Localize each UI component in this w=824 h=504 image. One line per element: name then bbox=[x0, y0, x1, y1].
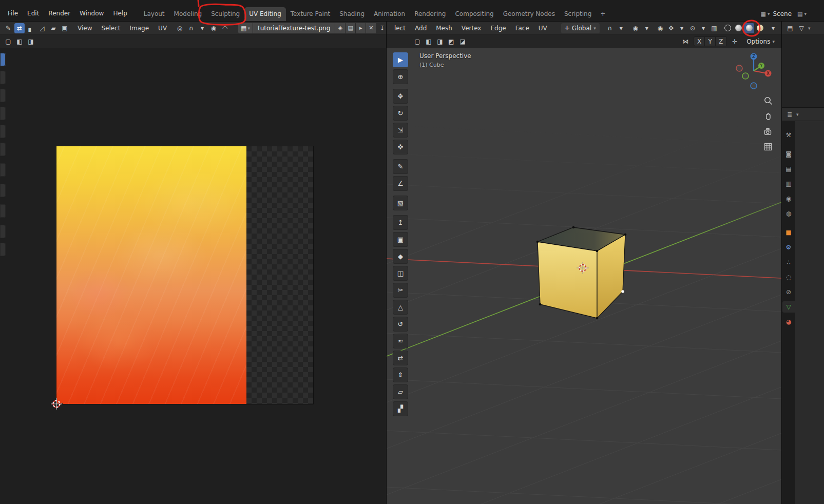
scene-name[interactable]: Scene bbox=[773, 10, 792, 17]
menu-file[interactable]: File bbox=[3, 8, 23, 18]
uv-tool-fragment-3[interactable] bbox=[0, 89, 6, 102]
chevron-down-icon[interactable]: ▾ bbox=[808, 26, 811, 31]
snap-individual-icon[interactable]: ✛ bbox=[730, 36, 740, 47]
tab-world[interactable]: ◍ bbox=[782, 208, 795, 219]
select-mode-intersect-icon[interactable]: ◪ bbox=[457, 36, 468, 47]
uv-menu-view[interactable]: View bbox=[73, 23, 97, 33]
proportional-editing-icon[interactable]: ◉ bbox=[208, 23, 219, 33]
tab-sculpting[interactable]: Sculpting bbox=[206, 7, 244, 21]
uv-tool-fragment-9[interactable] bbox=[0, 204, 6, 218]
add-workspace-button[interactable]: + bbox=[596, 7, 609, 21]
pan-hand-icon[interactable] bbox=[762, 110, 774, 122]
unlink-image-icon[interactable]: ✕ bbox=[366, 23, 376, 33]
tab-geometry-nodes[interactable]: Geometry Nodes bbox=[499, 7, 560, 21]
menu-add[interactable]: Add bbox=[410, 23, 431, 33]
tab-constraints[interactable]: ⊘ bbox=[782, 286, 795, 298]
show-gizmos-toggle[interactable]: ✥ bbox=[666, 23, 676, 33]
tab-scene[interactable]: ◉ bbox=[782, 193, 795, 204]
uv-tool-fragment-6[interactable] bbox=[0, 143, 6, 156]
tool-shear[interactable]: ▱ bbox=[393, 384, 408, 399]
tool-tweak[interactable]: ▶ bbox=[393, 52, 408, 67]
filter-icon[interactable]: ▽ bbox=[796, 23, 807, 33]
menu-uv[interactable]: UV bbox=[534, 23, 552, 33]
tab-shading[interactable]: Shading bbox=[335, 7, 369, 21]
tab-texture-paint[interactable]: Texture Paint bbox=[286, 7, 335, 21]
menu-mesh[interactable]: Mesh bbox=[431, 23, 457, 33]
active-tool-icon[interactable]: ▢ bbox=[3, 36, 13, 47]
select-mode-subtract-icon[interactable]: ◩ bbox=[446, 36, 456, 47]
uv-tool-fragment-7[interactable] bbox=[0, 163, 6, 177]
menu-render[interactable]: Render bbox=[44, 8, 75, 18]
cube-object[interactable] bbox=[536, 226, 627, 320]
tab-tool[interactable]: ⚒ bbox=[782, 129, 795, 141]
uv-sync-selection-toggle[interactable]: ⇄ bbox=[14, 23, 25, 33]
editor-type-icon[interactable]: ≣ bbox=[784, 109, 795, 120]
chevron-down-icon[interactable]: ▾ bbox=[796, 112, 799, 117]
axis-toggle[interactable]: Y bbox=[704, 36, 716, 46]
uv-2d-cursor[interactable] bbox=[49, 397, 64, 411]
shading-wireframe-button[interactable] bbox=[722, 23, 733, 33]
tab-uv-editing[interactable]: UV Editing bbox=[244, 7, 286, 21]
tool-options-dropdown[interactable]: Options ▾ bbox=[743, 36, 778, 47]
uv-menu-uv[interactable]: UV bbox=[154, 23, 171, 33]
mirror-icon[interactable]: ⋈ bbox=[680, 36, 691, 47]
browse-scene-icon[interactable]: ▦ bbox=[761, 11, 766, 17]
overlays-dropdown[interactable]: ▾ bbox=[698, 23, 708, 33]
outliner-body[interactable] bbox=[782, 35, 824, 108]
tab-layout[interactable]: Layout bbox=[139, 7, 169, 21]
view-layer-icon[interactable]: ▤ bbox=[797, 11, 802, 17]
menu-select[interactable]: lect bbox=[390, 23, 410, 33]
uv-editor-canvas[interactable] bbox=[0, 48, 386, 504]
shading-solid-button[interactable] bbox=[733, 23, 743, 33]
axis-toggle[interactable]: Z bbox=[715, 36, 726, 46]
sticky-selection-dropdown[interactable]: ▣ bbox=[60, 23, 70, 33]
menu-vertex[interactable]: Vertex bbox=[457, 23, 486, 33]
visibility-dropdown-icon[interactable]: ◉ bbox=[655, 23, 665, 33]
properties-content[interactable] bbox=[795, 121, 824, 504]
tool-annotate[interactable]: ✎ bbox=[393, 159, 408, 174]
tab-render[interactable]: ◙ bbox=[782, 148, 795, 160]
tool-shrink-fatten[interactable]: ⇕ bbox=[393, 367, 408, 382]
browse-image-dropdown[interactable]: ▦ ▾ bbox=[238, 23, 253, 33]
uv-tool-fragment-4[interactable] bbox=[0, 107, 6, 120]
select-mode-vertex-icon[interactable]: ▖ bbox=[26, 23, 36, 33]
tab-rendering[interactable]: Rendering bbox=[410, 7, 450, 21]
uv-image[interactable] bbox=[56, 146, 313, 404]
tab-physics[interactable]: ◌ bbox=[782, 272, 795, 283]
snap-settings-dropdown[interactable]: ▾ bbox=[616, 23, 626, 33]
tool-smooth[interactable]: ≈ bbox=[393, 334, 408, 348]
tool-move[interactable]: ✥ bbox=[393, 89, 408, 104]
snap-magnet-icon[interactable]: ∩ bbox=[605, 23, 615, 33]
viewport-canvas[interactable]: ▶⊕✥↻⇲✜✎∠▧↥▣◆◫✂△↺≈⇄⇕▱▞ User Perspective (… bbox=[387, 48, 781, 504]
tab-object[interactable]: ■ bbox=[782, 227, 795, 238]
scene-chevron-icon[interactable]: ▾ bbox=[768, 11, 770, 16]
menu-edge[interactable]: Edge bbox=[486, 23, 510, 33]
tab-output[interactable]: ▤ bbox=[782, 163, 795, 175]
uv-menu-select[interactable]: Select bbox=[97, 23, 125, 33]
pin-icon[interactable]: ↧ bbox=[377, 23, 387, 33]
tool-measure[interactable]: ∠ bbox=[393, 176, 408, 191]
menu-help[interactable]: Help bbox=[108, 8, 131, 18]
axis-toggle[interactable]: X bbox=[694, 36, 705, 46]
tool-cursor[interactable]: ⊕ bbox=[393, 69, 408, 84]
tool-rip-region[interactable]: ▞ bbox=[393, 401, 408, 416]
gizmos-dropdown[interactable]: ▾ bbox=[677, 23, 687, 33]
tool-extrude-region[interactable]: ↥ bbox=[393, 215, 408, 230]
gizmo-axis-neg-x[interactable] bbox=[736, 65, 742, 71]
tab-modifiers[interactable]: ⚙ bbox=[782, 242, 795, 253]
uv-tool-fragment-5[interactable] bbox=[0, 125, 6, 138]
shading-dropdown[interactable]: ▾ bbox=[768, 23, 778, 33]
select-mode-extend-icon[interactable]: ◨ bbox=[435, 36, 445, 47]
tool-edge-slide[interactable]: ⇄ bbox=[393, 351, 408, 365]
gizmo-axis-neg-y[interactable] bbox=[742, 73, 749, 79]
select-mode-edge-icon[interactable]: ◿ bbox=[37, 23, 47, 33]
editor-type-icon[interactable]: ▤ bbox=[785, 23, 795, 33]
menu-face[interactable]: Face bbox=[511, 23, 534, 33]
snap-settings-dropdown[interactable]: ▾ bbox=[197, 23, 207, 33]
tool-inset-faces[interactable]: ▣ bbox=[393, 232, 408, 247]
tool-bevel[interactable]: ◆ bbox=[393, 249, 408, 264]
uv-tool-fragment-1[interactable] bbox=[0, 53, 6, 66]
tool-scale[interactable]: ⇲ bbox=[393, 123, 408, 138]
tool-poly-build[interactable]: △ bbox=[393, 300, 408, 315]
tab-particles[interactable]: ∴ bbox=[782, 257, 795, 268]
